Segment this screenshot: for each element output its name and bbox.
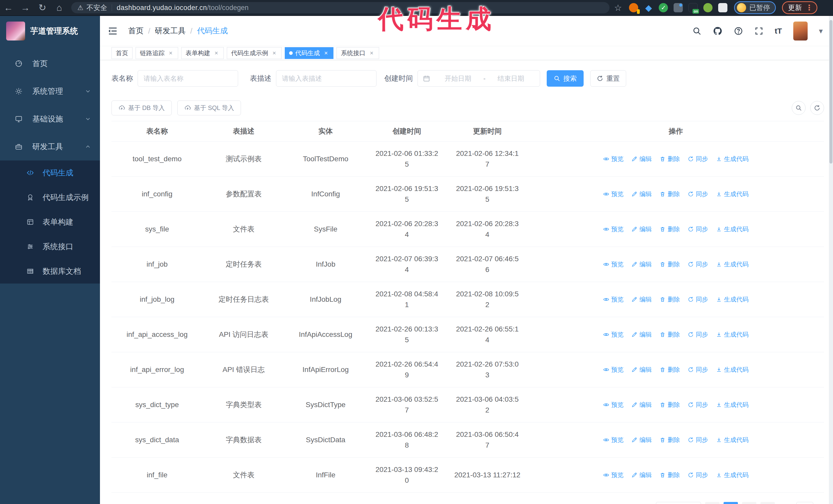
sync-link[interactable]: 同步: [688, 435, 708, 445]
edit-link[interactable]: 编辑: [631, 365, 652, 374]
extension-icon[interactable]: on: [688, 3, 698, 12]
preview-link[interactable]: 预览: [603, 330, 624, 339]
avatar-caret-down-icon[interactable]: ▾: [819, 26, 823, 35]
close-icon[interactable]: [168, 49, 174, 57]
close-icon[interactable]: [271, 49, 277, 57]
refresh-table-button[interactable]: [810, 101, 824, 115]
delete-link[interactable]: 删除: [660, 260, 680, 269]
sidebar-item-codegen-example[interactable]: 代码生成示例: [0, 185, 100, 210]
address-bar[interactable]: ⚠ 不安全 dashboard.yudao.iocoder.cn /tool/c…: [71, 2, 610, 13]
extension-icon[interactable]: [703, 3, 713, 12]
edit-link[interactable]: 编辑: [631, 471, 652, 480]
fullscreen-icon[interactable]: [754, 26, 764, 35]
generate-code-link[interactable]: 生成代码: [716, 471, 749, 480]
delete-link[interactable]: 删除: [660, 295, 680, 304]
page-button-1[interactable]: 1: [723, 502, 738, 504]
delete-link[interactable]: 删除: [660, 435, 680, 445]
prev-page-button[interactable]: ‹: [705, 502, 719, 504]
generate-code-link[interactable]: 生成代码: [716, 260, 749, 269]
browser-profile-chip[interactable]: 已暂停: [734, 1, 776, 14]
preview-link[interactable]: 预览: [603, 400, 624, 409]
goto-page-input[interactable]: [796, 502, 813, 504]
next-page-button[interactable]: ›: [760, 502, 775, 504]
page-size-select[interactable]: 10条/页 ▾: [656, 502, 701, 504]
delete-link[interactable]: 删除: [660, 330, 680, 339]
sync-link[interactable]: 同步: [688, 189, 708, 199]
sidebar-item-db-doc[interactable]: 数据库文档: [0, 259, 100, 284]
browser-update-button[interactable]: 更新 ⋮: [782, 1, 817, 14]
breadcrumb-home[interactable]: 首页: [128, 26, 144, 36]
close-icon[interactable]: [323, 49, 329, 57]
search-button[interactable]: 搜索: [547, 70, 584, 87]
page-button-2[interactable]: 2: [742, 502, 756, 504]
edit-link[interactable]: 编辑: [631, 330, 652, 339]
tag-home[interactable]: 首页: [112, 47, 133, 59]
preview-link[interactable]: 预览: [603, 224, 624, 234]
extension-icon[interactable]: [629, 3, 638, 12]
edit-link[interactable]: 编辑: [631, 435, 652, 445]
generate-code-link[interactable]: 生成代码: [716, 365, 749, 374]
generate-code-link[interactable]: 生成代码: [716, 435, 749, 445]
delete-link[interactable]: 删除: [660, 189, 680, 199]
edit-link[interactable]: 编辑: [631, 295, 652, 304]
sync-link[interactable]: 同步: [688, 400, 708, 409]
browser-reload-icon[interactable]: ↻: [34, 2, 51, 13]
sync-link[interactable]: 同步: [688, 365, 708, 374]
puzzle-extensions-icon[interactable]: [718, 3, 728, 12]
edit-link[interactable]: 编辑: [631, 189, 652, 199]
create-time-range-picker[interactable]: 开始日期 - 结束日期: [418, 70, 540, 87]
breadcrumb-dev-tools[interactable]: 研发工具: [155, 26, 186, 36]
reset-button[interactable]: 重置: [590, 70, 626, 87]
tag-codegen-example[interactable]: 代码生成示例: [227, 47, 282, 59]
user-avatar[interactable]: [793, 22, 808, 41]
edit-link[interactable]: 编辑: [631, 224, 652, 234]
sync-link[interactable]: 同步: [688, 330, 708, 339]
sync-link[interactable]: 同步: [688, 154, 708, 164]
toggle-search-button[interactable]: [792, 101, 806, 115]
sync-link[interactable]: 同步: [688, 224, 708, 234]
generate-code-link[interactable]: 生成代码: [716, 295, 749, 304]
tag-codegen[interactable]: 代码生成: [285, 47, 333, 59]
browser-menu-icon[interactable]: ⋮: [805, 4, 813, 11]
generate-code-link[interactable]: 生成代码: [716, 189, 749, 199]
browser-forward-icon[interactable]: →: [17, 2, 34, 13]
sync-link[interactable]: 同步: [688, 295, 708, 304]
sidebar-collapse-icon[interactable]: [108, 26, 118, 36]
delete-link[interactable]: 删除: [660, 400, 680, 409]
tag-form-builder[interactable]: 表单构建: [181, 47, 224, 59]
edit-link[interactable]: 编辑: [631, 260, 652, 269]
bookmark-star-icon[interactable]: ☆: [614, 3, 622, 13]
extension-icon[interactable]: ◆: [644, 3, 653, 12]
sidebar-item-dev-tools[interactable]: 研发工具: [0, 133, 100, 161]
sidebar-item-home[interactable]: 首页: [0, 50, 100, 77]
sidebar-item-system[interactable]: 系统管理: [0, 77, 100, 105]
preview-link[interactable]: 预览: [603, 189, 624, 199]
import-db-button[interactable]: 基于 DB 导入: [112, 100, 172, 115]
delete-link[interactable]: 删除: [660, 365, 680, 374]
delete-link[interactable]: 删除: [660, 154, 680, 164]
extension-icon[interactable]: [673, 3, 683, 12]
generate-code-link[interactable]: 生成代码: [716, 330, 749, 339]
sidebar-item-infrastructure[interactable]: 基础设施: [0, 105, 100, 133]
tag-system-api[interactable]: 系统接口: [336, 47, 379, 59]
import-sql-button[interactable]: 基于 SQL 导入: [177, 100, 241, 115]
sidebar-item-form-builder[interactable]: 表单构建: [0, 210, 100, 234]
page-scrollbar[interactable]: [829, 16, 833, 504]
help-icon[interactable]: [734, 26, 743, 35]
generate-code-link[interactable]: 生成代码: [716, 154, 749, 164]
scrollbar-thumb[interactable]: [829, 20, 832, 164]
sync-link[interactable]: 同步: [688, 471, 708, 480]
tag-tracing[interactable]: 链路追踪: [136, 47, 178, 59]
header-search-icon[interactable]: [692, 26, 701, 35]
generate-code-link[interactable]: 生成代码: [716, 400, 749, 409]
generate-code-link[interactable]: 生成代码: [716, 224, 749, 234]
delete-link[interactable]: 删除: [660, 471, 680, 480]
sidebar-item-codegen[interactable]: 代码生成: [0, 161, 100, 185]
sync-link[interactable]: 同步: [688, 260, 708, 269]
font-size-icon[interactable]: tT: [775, 27, 782, 35]
preview-link[interactable]: 预览: [603, 365, 624, 374]
browser-home-icon[interactable]: ⌂: [51, 2, 68, 13]
sidebar-item-system-api[interactable]: 系统接口: [0, 234, 100, 259]
preview-link[interactable]: 预览: [603, 295, 624, 304]
extension-icon[interactable]: ✓: [659, 3, 668, 12]
